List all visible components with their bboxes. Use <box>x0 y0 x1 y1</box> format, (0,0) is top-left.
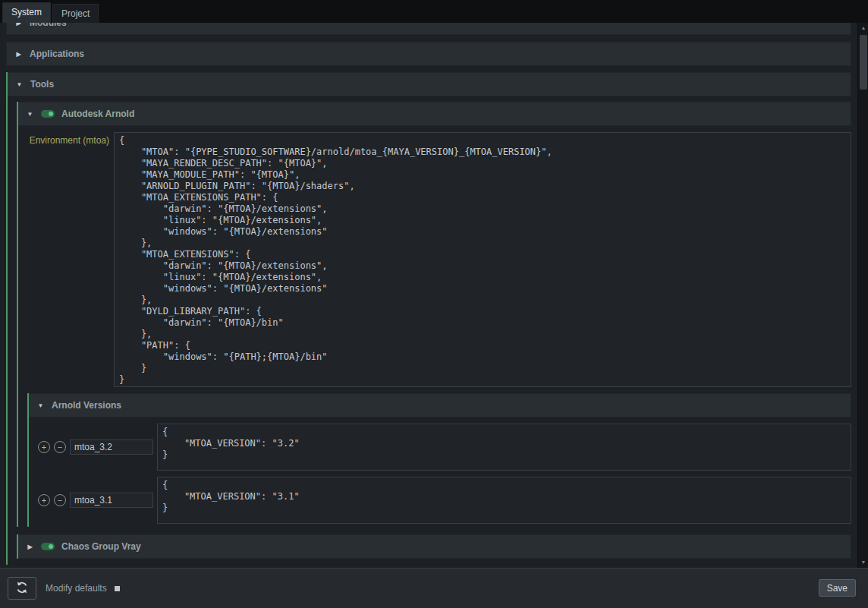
refresh-button[interactable] <box>8 577 36 600</box>
version-name-input[interactable] <box>70 439 153 455</box>
settings-content: ▶ Modules ▶ Applications ▼ Tools ▼ Autod… <box>0 23 857 565</box>
chevron-down-icon: ▼ <box>15 81 24 88</box>
remove-version-button[interactable]: − <box>54 494 66 506</box>
scroll-down-button[interactable]: ▼ <box>858 557 868 568</box>
vertical-scrollbar[interactable]: ▲ ▼ <box>857 23 868 568</box>
section-group-tools: ▼ Tools ▼ Autodesk Arnold Environment (m… <box>6 72 851 565</box>
header-chaos-vray[interactable]: ▶ Chaos Group Vray <box>18 534 851 559</box>
add-version-button[interactable]: + <box>38 441 50 453</box>
refresh-icon <box>15 581 29 597</box>
section-title-applications: Applications <box>30 49 84 59</box>
environment-label: Environment (mtoa) <box>18 132 114 146</box>
scrollbar-thumb[interactable] <box>860 35 867 90</box>
scroll-up-button[interactable]: ▲ <box>858 23 868 33</box>
group-autodesk-arnold: ▼ Autodesk Arnold Environment (mtoa) { "… <box>17 102 851 527</box>
modify-defaults-label: Modify defaults <box>46 583 107 594</box>
group-title-arnold-versions: Arnold Versions <box>52 400 121 411</box>
add-version-button[interactable]: + <box>38 494 50 506</box>
version-row: + − { "MTOA_VERSION": "3.2" } <box>29 424 851 471</box>
modify-defaults-wrap: Modify defaults <box>46 569 120 608</box>
settings-scroll-area: ▶ Modules ▶ Applications ▼ Tools ▼ Autod… <box>0 23 857 568</box>
version-json-textarea[interactable]: { "MTOA_VERSION": "3.2" } <box>157 424 851 471</box>
environment-row: Environment (mtoa) { "MTOA": "{PYPE_STUD… <box>18 132 851 387</box>
group-arnold-versions: ▼ Arnold Versions + − { "MTOA_VERSION": … <box>27 393 851 527</box>
tab-system[interactable]: System <box>2 2 51 23</box>
chevron-right-icon: ▶ <box>26 543 34 550</box>
enabled-toggle-icon[interactable] <box>41 110 55 118</box>
modified-state-indicator-icon <box>115 586 120 591</box>
section-header-modules[interactable]: ▶ Modules <box>6 23 851 35</box>
section-title-modules: Modules <box>30 23 67 28</box>
group-title-autodesk-arnold: Autodesk Arnold <box>61 109 134 119</box>
version-row: + − { "MTOA_VERSION": "3.1" } <box>29 477 851 524</box>
chevron-down-icon: ▼ <box>26 111 34 118</box>
version-name-input[interactable] <box>70 493 153 508</box>
tools-body: ▼ Autodesk Arnold Environment (mtoa) { "… <box>8 102 851 565</box>
header-autodesk-arnold[interactable]: ▼ Autodesk Arnold <box>18 102 851 126</box>
environment-json-textarea[interactable]: { "MTOA": "{PYPE_STUDIO_SOFTWARE}/arnold… <box>114 132 851 387</box>
group-chaos-vray: ▶ Chaos Group Vray <box>17 534 851 559</box>
group-title-chaos-vray: Chaos Group Vray <box>61 541 141 552</box>
chevron-right-icon: ▶ <box>14 51 23 58</box>
chevron-right-icon: ▶ <box>14 23 23 27</box>
remove-version-button[interactable]: − <box>54 441 66 453</box>
section-title-tools: Tools <box>30 79 54 90</box>
save-button[interactable]: Save <box>819 579 856 597</box>
footer-bar: Modify defaults Save <box>0 568 868 608</box>
tab-bar: System Project <box>0 0 868 23</box>
version-json-textarea[interactable]: { "MTOA_VERSION": "3.1" } <box>157 477 851 524</box>
tab-project[interactable]: Project <box>52 4 99 23</box>
section-header-applications[interactable]: ▶ Applications <box>6 42 851 66</box>
enabled-toggle-icon[interactable] <box>41 543 55 550</box>
section-header-tools[interactable]: ▼ Tools <box>8 72 851 96</box>
chevron-down-icon: ▼ <box>36 402 45 409</box>
header-arnold-versions[interactable]: ▼ Arnold Versions <box>29 393 851 417</box>
